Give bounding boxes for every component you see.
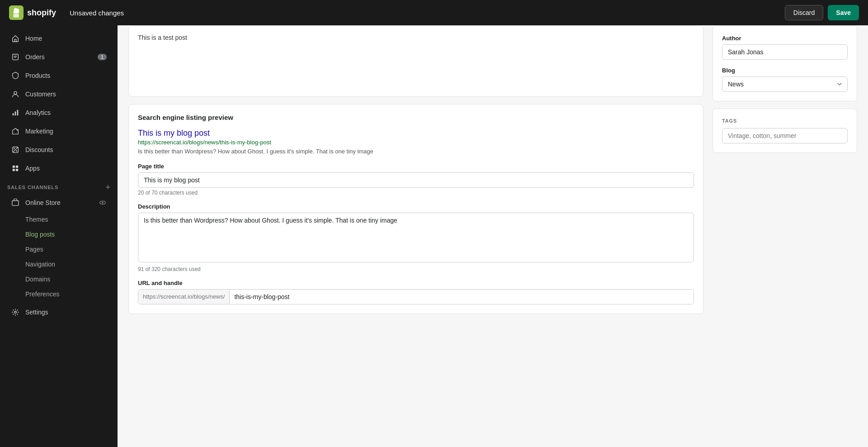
add-sales-channel-button[interactable]: + (105, 183, 110, 191)
page-title: Unsaved changes (70, 9, 785, 17)
sidebar-item-settings[interactable]: Settings (4, 303, 114, 321)
svg-rect-4 (13, 113, 14, 115)
seo-preview-url: https://screencat.io/blogs/news/this-is-… (138, 139, 694, 146)
seo-card: Search engine listing preview This is my… (128, 104, 703, 314)
svg-rect-10 (13, 166, 15, 168)
sidebar-item-label: Customers (25, 90, 56, 98)
description-textarea[interactable] (138, 213, 694, 262)
svg-rect-5 (15, 111, 16, 115)
main-content: Search engine listing preview This is my… (118, 25, 868, 447)
page-title-char-count: 20 of 70 characters used (138, 190, 694, 196)
sidebar-subitem-blog-posts[interactable]: Blog posts (4, 227, 114, 242)
sidebar-item-analytics[interactable]: Analytics (4, 104, 114, 122)
tags-section-title: TAGS (722, 118, 848, 124)
svg-rect-11 (16, 166, 18, 168)
url-handle-field: URL and handle https://screencat.io/blog… (138, 280, 694, 304)
sidebar-subitem-navigation[interactable]: Navigation (4, 257, 114, 271)
description-label: Description (138, 203, 694, 210)
svg-point-16 (102, 202, 104, 204)
author-blog-card: Author Blog News Blog Updates (712, 25, 857, 101)
orders-icon (11, 52, 20, 62)
svg-point-3 (14, 91, 17, 94)
page-title-input[interactable] (138, 172, 694, 188)
author-input[interactable] (722, 44, 848, 60)
svg-point-17 (14, 311, 17, 314)
excerpt-textarea[interactable] (138, 33, 694, 87)
author-label: Author (722, 35, 848, 42)
sidebar-item-apps[interactable]: Apps (4, 159, 114, 177)
sidebar-item-label: Apps (25, 165, 40, 172)
sidebar-item-home[interactable]: Home (4, 29, 114, 48)
themes-label: Themes (25, 216, 48, 223)
blog-field: Blog News Blog Updates (722, 67, 848, 92)
discard-button[interactable]: Discard (785, 5, 823, 20)
logo: shopify (9, 5, 56, 20)
url-input-group: https://screencat.io/blogs/news/ (138, 289, 694, 304)
marketing-icon (11, 127, 20, 136)
sidebar-item-label: Discounts (25, 146, 53, 153)
tags-input[interactable] (722, 128, 848, 143)
sales-channels-label: SALES CHANNELS (7, 185, 58, 190)
seo-preview-desc: Is this better than Wordpress? How about… (138, 147, 694, 156)
domains-label: Domains (25, 276, 50, 283)
blog-select[interactable]: News Blog Updates (722, 76, 848, 92)
sidebar-item-label: Marketing (25, 128, 53, 135)
sidebar-item-discounts[interactable]: Discounts (4, 141, 114, 159)
pages-label: Pages (25, 246, 43, 253)
description-field: Description 91 of 320 characters used (138, 203, 694, 272)
seo-preview-title[interactable]: This is my blog post (138, 128, 694, 138)
side-column: Author Blog News Blog Updates TAGS (712, 25, 857, 429)
author-field: Author (722, 35, 848, 60)
svg-rect-12 (13, 169, 15, 171)
settings-icon (11, 308, 20, 317)
sidebar-item-products[interactable]: Products (4, 67, 114, 85)
eye-button[interactable] (99, 199, 107, 207)
sidebar-subitem-themes[interactable]: Themes (4, 212, 114, 227)
svg-point-8 (16, 150, 17, 152)
svg-point-7 (14, 148, 15, 149)
svg-rect-2 (13, 54, 19, 60)
sidebar-item-orders[interactable]: Orders 1 (4, 48, 114, 66)
topbar-actions: Discard Save (785, 5, 859, 20)
customers-icon (11, 90, 20, 99)
orders-badge: 1 (98, 54, 107, 60)
sidebar-subitem-domains[interactable]: Domains (4, 272, 114, 286)
tags-card: TAGS (712, 109, 857, 153)
discounts-icon (11, 145, 20, 154)
sidebar-item-customers[interactable]: Customers (4, 85, 114, 103)
svg-rect-13 (16, 169, 18, 171)
analytics-icon (11, 108, 20, 117)
url-prefix: https://screencat.io/blogs/news/ (138, 290, 230, 304)
home-icon (11, 34, 20, 43)
online-store-icon (11, 198, 20, 207)
blog-posts-label: Blog posts (25, 231, 55, 238)
seo-preview: This is my blog post https://screencat.i… (138, 128, 694, 156)
excerpt-card (128, 25, 703, 97)
sidebar-item-label: Home (25, 35, 42, 42)
sidebar-item-label: Orders (25, 53, 45, 61)
sidebar-item-online-store[interactable]: Online Store (4, 194, 114, 212)
settings-label: Settings (25, 309, 48, 316)
sidebar-item-marketing[interactable]: Marketing (4, 122, 114, 140)
svg-rect-14 (12, 201, 19, 206)
url-handle-input[interactable] (230, 290, 693, 304)
blog-label: Blog (722, 67, 848, 74)
page-title-field: Page title 20 of 70 characters used (138, 163, 694, 196)
svg-rect-6 (17, 110, 19, 116)
sidebar-item-label: Products (25, 72, 50, 79)
sidebar-subitem-pages[interactable]: Pages (4, 242, 114, 257)
url-handle-label: URL and handle (138, 280, 694, 286)
description-char-count: 91 of 320 characters used (138, 266, 694, 272)
content-column: Search engine listing preview This is my… (128, 25, 703, 429)
topbar: shopify Unsaved changes Discard Save (0, 0, 868, 25)
products-icon (11, 71, 20, 80)
sidebar-subitem-preferences[interactable]: Preferences (4, 287, 114, 301)
page-title-label: Page title (138, 163, 694, 170)
sidebar: Home Orders 1 Products Customers A (0, 25, 118, 447)
online-store-label: Online Store (25, 199, 61, 206)
logo-text: shopify (27, 8, 56, 18)
save-button[interactable]: Save (828, 5, 859, 20)
sales-channels-section: SALES CHANNELS + (0, 178, 118, 193)
seo-section-title: Search engine listing preview (138, 114, 694, 121)
sidebar-item-label: Analytics (25, 109, 51, 116)
